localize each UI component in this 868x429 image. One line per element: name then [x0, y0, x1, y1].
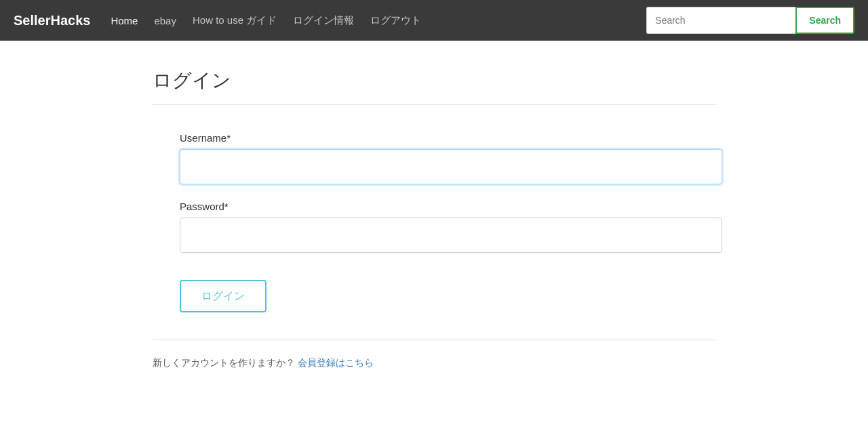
- bottom-divider: [153, 340, 715, 340]
- nav-links: Home ebay How to use ガイド ログイン情報 ログアウト: [111, 14, 646, 27]
- navbar-search: Search: [646, 7, 854, 34]
- password-label: Password*: [180, 201, 715, 212]
- title-divider: [153, 104, 715, 105]
- search-input[interactable]: [646, 7, 795, 34]
- nav-logout[interactable]: ログアウト: [370, 14, 421, 27]
- navbar: SellerHacks Home ebay How to use ガイド ログイ…: [0, 0, 868, 41]
- page-title: ログイン: [153, 68, 715, 94]
- main-content: ログイン Username* Password* ログイン 新しくアカウントを作…: [139, 41, 729, 396]
- register-prompt: 新しくアカウントを作りますか？: [153, 357, 295, 368]
- password-group: Password*: [180, 201, 715, 253]
- register-link[interactable]: 会員登録はこちら: [298, 357, 374, 368]
- brand-name: SellerHacks: [14, 13, 90, 28]
- nav-ebay[interactable]: ebay: [154, 15, 176, 26]
- search-button[interactable]: Search: [795, 7, 854, 34]
- password-input[interactable]: [180, 218, 722, 253]
- nav-guide[interactable]: How to use ガイド: [193, 14, 277, 27]
- username-group: Username*: [180, 132, 715, 184]
- login-form: Username* Password* ログイン: [153, 132, 715, 340]
- login-button[interactable]: ログイン: [180, 280, 267, 312]
- username-input[interactable]: [180, 149, 722, 184]
- username-label: Username*: [180, 132, 715, 144]
- nav-login-info[interactable]: ログイン情報: [293, 14, 354, 27]
- nav-home[interactable]: Home: [111, 15, 138, 26]
